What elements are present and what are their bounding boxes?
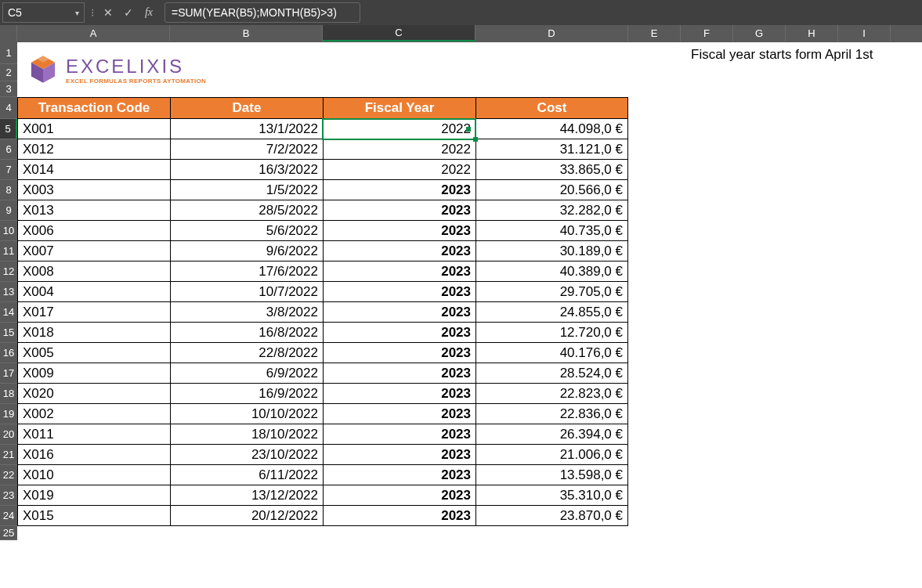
row-header-21[interactable]: 21 xyxy=(0,445,17,465)
cell-code[interactable]: X010 xyxy=(17,465,170,485)
cell-date[interactable]: 10/7/2022 xyxy=(170,282,323,302)
cell-cost[interactable]: 40.389,0 € xyxy=(475,262,628,282)
row-header-7[interactable]: 7 xyxy=(0,160,17,180)
cell-code[interactable]: X007 xyxy=(17,241,170,262)
cell-cost[interactable]: 22.823,0 € xyxy=(475,384,628,404)
col-header-H[interactable]: H xyxy=(786,25,838,41)
cell-cost[interactable]: 13.598,0 € xyxy=(475,465,628,485)
cell-cost[interactable]: 12.720,0 € xyxy=(475,323,628,343)
row-header-13[interactable]: 13 xyxy=(0,282,17,302)
cell-code[interactable]: X016 xyxy=(17,445,170,465)
cell-fiscal-year[interactable]: 2023 xyxy=(323,262,475,282)
cell-code[interactable]: X011 xyxy=(17,424,170,445)
cell-fiscal-year[interactable]: 2022 xyxy=(323,139,475,160)
cell-date[interactable]: 10/10/2022 xyxy=(170,404,323,424)
chevron-down-icon[interactable]: ▾ xyxy=(75,9,79,17)
cell-code[interactable]: X019 xyxy=(17,485,170,506)
cell-date[interactable]: 3/8/2022 xyxy=(170,302,323,323)
cell-fiscal-year[interactable]: 2023 xyxy=(323,180,475,200)
header-fiscal-year[interactable]: Fiscal Year xyxy=(323,97,475,119)
cell-cost[interactable]: 33.865,0 € xyxy=(475,160,628,180)
cell-code[interactable]: X012 xyxy=(17,139,170,160)
note-text[interactable]: Fiscal year starts form April 1st xyxy=(691,47,873,63)
cell-date[interactable]: 22/8/2022 xyxy=(170,343,323,363)
cell-cost[interactable]: 23.870,0 € xyxy=(475,506,628,526)
cell-cost[interactable]: 20.566,0 € xyxy=(475,180,628,200)
cell-code[interactable]: X003 xyxy=(17,180,170,200)
cell-fiscal-year[interactable]: 2023 xyxy=(323,506,475,526)
cell-cost[interactable]: 26.394,0 € xyxy=(475,424,628,445)
cell-date[interactable]: 17/6/2022 xyxy=(170,262,323,282)
name-box[interactable]: C5 ▾ xyxy=(2,2,85,23)
enter-icon[interactable]: ✓ xyxy=(121,6,136,19)
cell-code[interactable]: X020 xyxy=(17,384,170,404)
col-header-F[interactable]: F xyxy=(681,25,733,41)
cell-fiscal-year[interactable]: 2023 xyxy=(323,485,475,506)
row-header-9[interactable]: 9 xyxy=(0,200,17,221)
cell-cost[interactable]: 29.705,0 € xyxy=(475,282,628,302)
col-header-I[interactable]: I xyxy=(838,25,891,41)
cell-code[interactable]: X017 xyxy=(17,302,170,323)
cell-cost[interactable]: 44.098,0 € xyxy=(475,119,628,139)
row-header-1[interactable]: 1 xyxy=(0,42,17,64)
cell-date[interactable]: 5/6/2022 xyxy=(170,221,323,241)
cell-code[interactable]: X009 xyxy=(17,363,170,384)
row-header-18[interactable]: 18 xyxy=(0,384,17,404)
cell-date[interactable]: 7/2/2022 xyxy=(170,139,323,160)
cell-cost[interactable]: 35.310,0 € xyxy=(475,485,628,506)
fill-handle[interactable] xyxy=(473,137,478,142)
row-header-6[interactable]: 6 xyxy=(0,139,17,160)
cell-code[interactable]: X005 xyxy=(17,343,170,363)
cell-date[interactable]: 9/6/2022 xyxy=(170,241,323,262)
cell-code[interactable]: X002 xyxy=(17,404,170,424)
cell-fiscal-year[interactable]: 2023 xyxy=(323,302,475,323)
row-header-2[interactable]: 2 xyxy=(0,64,17,81)
col-header-E[interactable]: E xyxy=(628,25,681,41)
cell-cost[interactable]: 22.836,0 € xyxy=(475,404,628,424)
cell-fiscal-year[interactable]: 2023 xyxy=(323,445,475,465)
cell-cost[interactable]: 40.176,0 € xyxy=(475,343,628,363)
cell-fiscal-year[interactable]: 2023 xyxy=(323,363,475,384)
cell-cost[interactable]: 40.735,0 € xyxy=(475,221,628,241)
cell-date[interactable]: 13/12/2022 xyxy=(170,485,323,506)
cell-code[interactable]: X001 xyxy=(17,119,170,139)
row-header-4[interactable]: 4 xyxy=(0,97,17,119)
col-header-A[interactable]: A xyxy=(17,25,170,41)
header-transaction-code[interactable]: Transaction Code xyxy=(17,97,170,119)
row-header-14[interactable]: 14 xyxy=(0,302,17,323)
cell-date[interactable]: 28/5/2022 xyxy=(170,200,323,221)
cell-cost[interactable]: 28.524,0 € xyxy=(475,363,628,384)
cell-date[interactable]: 18/10/2022 xyxy=(170,424,323,445)
cell-fiscal-year[interactable]: 2023 xyxy=(323,465,475,485)
cell-fiscal-year[interactable]: 2022 xyxy=(323,160,475,180)
grid-content[interactable]: EXCELIXIS EXCEL FORMULAS REPORTS AYTOMAT… xyxy=(17,42,922,540)
select-all-corner[interactable] xyxy=(0,25,17,41)
cell-date[interactable]: 16/8/2022 xyxy=(170,323,323,343)
row-header-25[interactable]: 25 xyxy=(0,526,17,540)
col-header-C[interactable]: C xyxy=(323,25,475,41)
cell-date[interactable]: 6/9/2022 xyxy=(170,363,323,384)
cell-cost[interactable]: 24.855,0 € xyxy=(475,302,628,323)
cell-code[interactable]: X006 xyxy=(17,221,170,241)
cell-cost[interactable]: 31.121,0 € xyxy=(475,139,628,160)
cell-date[interactable]: 13/1/2022 xyxy=(170,119,323,139)
cell-fiscal-year[interactable]: 2023 xyxy=(323,221,475,241)
cell-date[interactable]: 6/11/2022 xyxy=(170,465,323,485)
row-header-23[interactable]: 23 xyxy=(0,485,17,506)
row-header-24[interactable]: 24 xyxy=(0,506,17,526)
row-header-5[interactable]: 5 xyxy=(0,119,17,139)
col-header-D[interactable]: D xyxy=(475,25,628,41)
cell-date[interactable]: 1/5/2022 xyxy=(170,180,323,200)
row-header-22[interactable]: 22 xyxy=(0,465,17,485)
row-header-12[interactable]: 12 xyxy=(0,262,17,282)
cell-code[interactable]: X014 xyxy=(17,160,170,180)
formula-input[interactable]: =SUM(YEAR(B5);MONTH(B5)>3) xyxy=(165,2,360,23)
cell-date[interactable]: 16/3/2022 xyxy=(170,160,323,180)
row-header-16[interactable]: 16 xyxy=(0,343,17,363)
cell-fiscal-year[interactable]: 2023 xyxy=(323,384,475,404)
cell-fiscal-year[interactable]: 2023 xyxy=(323,282,475,302)
cell-fiscal-year[interactable]: 2023 xyxy=(323,241,475,262)
cell-fiscal-year[interactable]: 2023 xyxy=(323,404,475,424)
cell-date[interactable]: 23/10/2022 xyxy=(170,445,323,465)
cell-code[interactable]: X018 xyxy=(17,323,170,343)
